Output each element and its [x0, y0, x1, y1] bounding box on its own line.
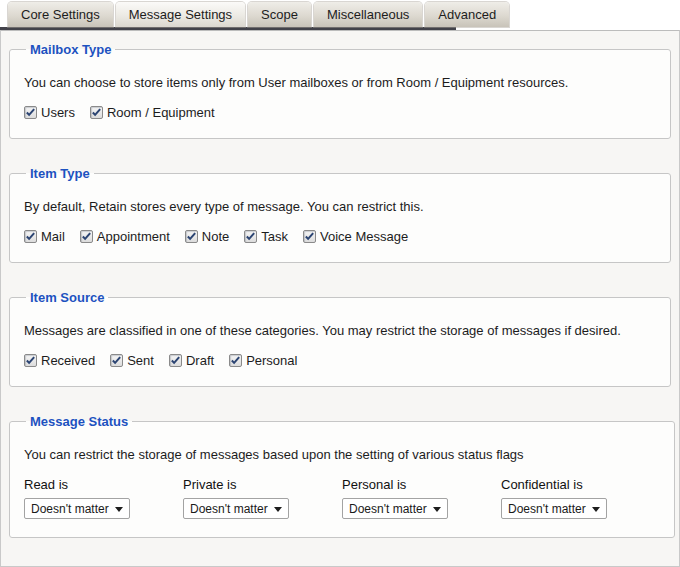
- section-message-status-description: You can restrict the storage of messages…: [24, 447, 660, 462]
- checkbox-label: Appointment: [97, 229, 170, 244]
- section-message-status-legend: Message Status: [26, 414, 132, 429]
- confidential-is-label: Confidential is: [501, 477, 660, 492]
- checkbox-voice-message[interactable]: Voice Message: [303, 229, 408, 244]
- checkbox-checked-icon: [303, 230, 316, 243]
- chevron-down-icon: [274, 507, 282, 512]
- section-mailbox-type: Mailbox Type You can choose to store ite…: [9, 42, 671, 139]
- checkbox-appointment[interactable]: Appointment: [80, 229, 170, 244]
- personal-is-field: Personal is Doesn't matter: [342, 477, 501, 519]
- checkbox-label: Task: [261, 229, 288, 244]
- checkbox-checked-icon: [80, 230, 93, 243]
- checkbox-draft[interactable]: Draft: [169, 353, 214, 368]
- checkbox-note[interactable]: Note: [185, 229, 229, 244]
- confidential-is-select[interactable]: Doesn't matter: [501, 498, 607, 519]
- section-item-type-description: By default, Retain stores every type of …: [24, 199, 656, 214]
- tab-advanced[interactable]: Advanced: [425, 2, 509, 27]
- section-item-type: Item Type By default, Retain stores ever…: [9, 166, 671, 263]
- checkbox-room-equipment[interactable]: Room / Equipment: [90, 105, 215, 120]
- checkbox-checked-icon: [185, 230, 198, 243]
- checkbox-checked-icon: [90, 106, 103, 119]
- settings-page: Core Settings Message Settings Scope Mis…: [0, 0, 680, 567]
- checkbox-checked-icon: [24, 230, 37, 243]
- mailbox-type-checkbox-group: Users Room / Equipment: [24, 105, 656, 120]
- section-item-type-legend: Item Type: [26, 166, 94, 181]
- checkbox-checked-icon: [24, 354, 37, 367]
- checkbox-label: Received: [41, 353, 95, 368]
- checkbox-checked-icon: [24, 106, 37, 119]
- chevron-down-icon: [115, 507, 123, 512]
- checkbox-label: Sent: [127, 353, 154, 368]
- private-is-field: Private is Doesn't matter: [183, 477, 342, 519]
- checkbox-label: Draft: [186, 353, 214, 368]
- tab-message-settings[interactable]: Message Settings: [116, 2, 245, 27]
- checkbox-checked-icon: [169, 354, 182, 367]
- personal-is-label: Personal is: [342, 477, 501, 492]
- read-is-label: Read is: [24, 477, 183, 492]
- read-is-field: Read is Doesn't matter: [24, 477, 183, 519]
- section-message-status: Message Status You can restrict the stor…: [9, 414, 675, 538]
- tab-core-settings[interactable]: Core Settings: [8, 2, 113, 27]
- checkbox-checked-icon: [244, 230, 257, 243]
- checkbox-label: Mail: [41, 229, 65, 244]
- checkbox-label: Voice Message: [320, 229, 408, 244]
- checkbox-personal[interactable]: Personal: [229, 353, 297, 368]
- private-is-selected-value: Doesn't matter: [190, 502, 268, 516]
- read-is-selected-value: Doesn't matter: [31, 502, 109, 516]
- item-source-checkbox-group: Received Sent Draft Personal: [24, 353, 656, 368]
- checkbox-checked-icon: [110, 354, 123, 367]
- confidential-is-selected-value: Doesn't matter: [508, 502, 586, 516]
- tab-underline: [0, 27, 456, 30]
- checkbox-label: Note: [202, 229, 229, 244]
- personal-is-select[interactable]: Doesn't matter: [342, 498, 448, 519]
- message-settings-panel: Mailbox Type You can choose to store ite…: [0, 30, 680, 567]
- chevron-down-icon: [592, 507, 600, 512]
- tab-scope[interactable]: Scope: [248, 2, 311, 27]
- section-item-source-legend: Item Source: [26, 290, 108, 305]
- item-type-checkbox-group: Mail Appointment Note Task Voice Message: [24, 229, 656, 244]
- section-mailbox-type-description: You can choose to store items only from …: [24, 75, 656, 90]
- confidential-is-field: Confidential is Doesn't matter: [501, 477, 660, 519]
- chevron-down-icon: [433, 507, 441, 512]
- message-status-dropdown-row: Read is Doesn't matter Private is Doesn'…: [24, 477, 660, 519]
- checkbox-users[interactable]: Users: [24, 105, 75, 120]
- read-is-select[interactable]: Doesn't matter: [24, 498, 130, 519]
- checkbox-task[interactable]: Task: [244, 229, 288, 244]
- section-mailbox-type-legend: Mailbox Type: [26, 42, 115, 57]
- personal-is-selected-value: Doesn't matter: [349, 502, 427, 516]
- checkbox-label: Personal: [246, 353, 297, 368]
- checkbox-sent[interactable]: Sent: [110, 353, 154, 368]
- checkbox-checked-icon: [229, 354, 242, 367]
- checkbox-label: Room / Equipment: [107, 105, 215, 120]
- private-is-label: Private is: [183, 477, 342, 492]
- checkbox-received[interactable]: Received: [24, 353, 95, 368]
- section-item-source-description: Messages are classified in one of these …: [24, 323, 656, 338]
- section-item-source: Item Source Messages are classified in o…: [9, 290, 671, 387]
- tab-bar: Core Settings Message Settings Scope Mis…: [0, 0, 680, 30]
- checkbox-mail[interactable]: Mail: [24, 229, 65, 244]
- private-is-select[interactable]: Doesn't matter: [183, 498, 289, 519]
- checkbox-label: Users: [41, 105, 75, 120]
- tab-miscellaneous[interactable]: Miscellaneous: [314, 2, 422, 27]
